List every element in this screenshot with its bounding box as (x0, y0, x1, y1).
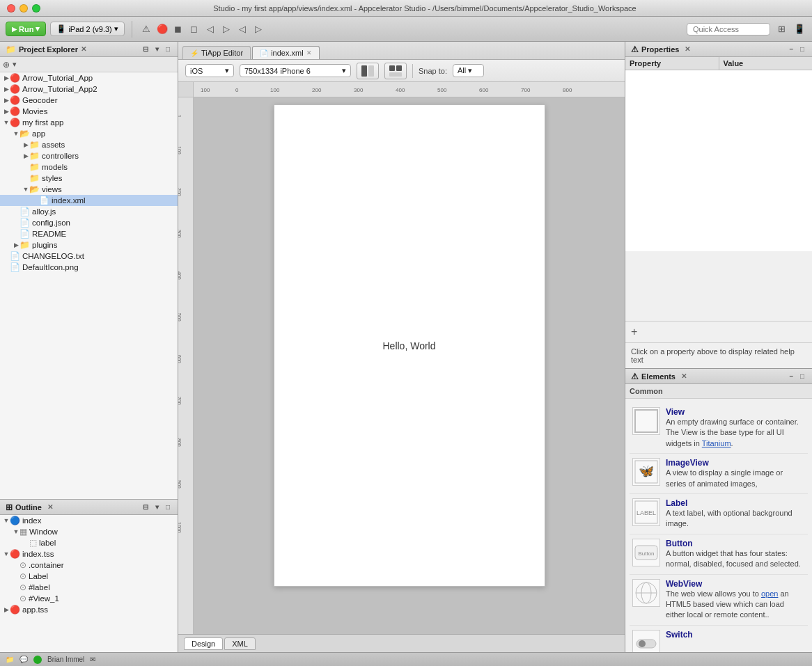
view-toggle-1[interactable] (357, 63, 379, 79)
label-thumb: LABEL (632, 498, 660, 526)
connection-status-icon (33, 656, 42, 664)
elem-minimize-icon[interactable]: – (787, 372, 795, 381)
outline-item-hash-label[interactable]: ⊙ #label (0, 582, 178, 593)
tab-index-xml[interactable]: 📄 index.xml ✕ (252, 46, 319, 59)
outline-maximize-icon[interactable]: □ (164, 502, 172, 512)
device-view-icon[interactable]: 📱 (793, 22, 806, 36)
view-icon-2 (389, 65, 403, 77)
label-style-icon: ⊙ (19, 571, 26, 581)
tss-icon: 🔴 (10, 549, 20, 559)
status-bar: 📁 💬 Brian Immel ✉ (0, 652, 812, 666)
svg-text:200: 200 (178, 188, 182, 196)
element-item-button[interactable]: Button Button A button widget that has f… (630, 534, 808, 575)
outline-item-Label[interactable]: ⊙ Label (0, 571, 178, 582)
elements-close[interactable]: ✕ (681, 372, 687, 380)
outline-item-container[interactable]: ⊙ .container (0, 560, 178, 571)
minimize-button[interactable] (19, 4, 28, 13)
close-button[interactable] (7, 4, 15, 13)
forward-icon[interactable]: ▷ (219, 22, 233, 36)
tree-item-styles[interactable]: 📁 styles (0, 173, 178, 184)
add-link-icon[interactable]: ⊕ (3, 60, 10, 70)
run-button[interactable]: ▶ Run ▾ (6, 22, 46, 36)
tab-tiapp-editor[interactable]: ⚡ TiApp Editor (182, 46, 251, 59)
prop-maximize-icon[interactable]: □ (798, 45, 806, 54)
tree-item-config-json[interactable]: 📄 config.json (0, 217, 178, 228)
project-explorer-close[interactable]: ✕ (81, 45, 86, 53)
nav2-icon[interactable]: ▷ (251, 22, 265, 36)
svg-text:200: 200 (312, 87, 322, 93)
view-toggle-2[interactable] (384, 63, 407, 79)
elem-maximize-icon[interactable]: □ (798, 372, 806, 381)
tree-item-assets[interactable]: ▶ 📁 assets (0, 139, 178, 150)
id-style-icon: ⊙ (19, 582, 26, 592)
tree-item-models[interactable]: 📁 models (0, 161, 178, 173)
properties-help-text: Click on a property above to display rel… (625, 342, 812, 368)
tab-design[interactable]: Design (184, 637, 223, 650)
tree-item-changelog[interactable]: 📄 CHANGELOG.txt (0, 251, 178, 262)
tool2-icon[interactable]: ◻ (187, 22, 201, 36)
tree-item-views[interactable]: ▼ 📂 views (0, 184, 178, 195)
outline-close[interactable]: ✕ (47, 503, 53, 511)
tab-close-icon[interactable]: ✕ (306, 49, 312, 56)
properties-close[interactable]: ✕ (685, 45, 690, 53)
project-explorer-icon: 📁 (6, 45, 16, 54)
app-tss-icon: 🔴 (10, 605, 20, 615)
element-item-switch[interactable]: Switch (630, 626, 808, 652)
status-user[interactable]: Brian Immel (47, 656, 84, 663)
outline-item-index-tss[interactable]: ▼ 🔴 index.tss (0, 548, 178, 560)
tree-item-geocoder[interactable]: ▶ 🔴 Geocoder (0, 95, 178, 106)
quick-access-input[interactable] (687, 23, 770, 35)
platform-selector[interactable]: iOS ▾ (185, 64, 234, 77)
elements-header: ⚠ Elements ✕ – □ (625, 369, 812, 384)
index-file-icon: 🔵 (10, 516, 20, 525)
outline-item-label[interactable]: ⬚ label (0, 537, 178, 548)
maximize-button[interactable] (32, 4, 40, 13)
tree-item-app[interactable]: ▼ 📂 app (0, 128, 178, 139)
prop-minimize-icon[interactable]: – (787, 45, 795, 54)
menu-icon[interactable]: ▾ (153, 45, 161, 54)
tree-item-alloy-js[interactable]: 📄 alloy.js (0, 206, 178, 217)
outline-item-view1[interactable]: ⊙ #View_1 (0, 593, 178, 604)
preferences-icon[interactable]: ⊞ (774, 22, 788, 36)
filter-icon[interactable]: ▾ (13, 60, 17, 69)
tree-item-controllers[interactable]: ▶ 📁 controllers (0, 150, 178, 161)
svg-text:800: 800 (178, 438, 182, 447)
maximize-panel-icon[interactable]: □ (164, 45, 172, 54)
tree-item-movies[interactable]: ▶ 🔴 Movies (0, 106, 178, 117)
tab-xml[interactable]: XML (224, 637, 256, 650)
snap-selector[interactable]: All ▾ (453, 64, 484, 77)
tree-item-readme[interactable]: 📄 README (0, 228, 178, 239)
svg-text:600: 600 (178, 355, 182, 363)
txt-file-icon: 📄 (10, 251, 20, 261)
svg-text:1: 1 (178, 115, 182, 118)
outline-collapse-icon[interactable]: ⊟ (141, 502, 150, 512)
resolution-selector[interactable]: 750x1334 iPhone 6 ▾ (240, 64, 351, 77)
element-item-webview[interactable]: WebView The web view allows you to open … (630, 575, 808, 626)
outline-item-app-tss[interactable]: ▶ 🔴 app.tss (0, 604, 178, 615)
outline-item-index[interactable]: ▼ 🔵 index (0, 515, 178, 526)
window-chrome: Studio - my first app/app/views/index.xm… (0, 0, 812, 17)
collapse-icon[interactable]: ⊟ (141, 45, 150, 54)
tree-item-my-first-app[interactable]: ▼ 🔴 my first app (0, 117, 178, 128)
element-item-imageview[interactable]: 🦋 ImageView A view to display a single i… (630, 454, 808, 494)
svg-text:800: 800 (563, 87, 572, 93)
tree-item-defaulticon[interactable]: 📄 DefaultIcon.png (0, 262, 178, 273)
tree-item-plugins[interactable]: ▶ 📁 plugins (0, 239, 178, 251)
back-icon[interactable]: ◁ (203, 22, 217, 36)
tree-item-arrow-tutorial-app[interactable]: ▶ 🔴 Arrow_Tutorial_App (0, 72, 178, 84)
js-file-icon: 📄 (19, 207, 30, 216)
element-item-label[interactable]: LABEL Label A text label, with optional … (630, 494, 808, 534)
switch-name: Switch (666, 630, 805, 640)
tree-item-arrow-tutorial-app2[interactable]: ▶ 🔴 Arrow_Tutorial_App2 (0, 84, 178, 95)
nav-icon[interactable]: ◁ (235, 22, 249, 36)
outline-menu-icon[interactable]: ▾ (153, 502, 161, 512)
tree-item-index-xml[interactable]: 📄 index.xml (0, 195, 178, 206)
tool1-icon[interactable]: ◼ (171, 22, 185, 36)
warning-icon[interactable]: ⚠ (139, 22, 153, 36)
device-selector[interactable]: 📱 iPad 2 (v9.3) ▾ (50, 22, 124, 36)
outline-item-window[interactable]: ▼ ▦ Window (0, 526, 178, 537)
add-property-button[interactable]: + (625, 321, 812, 342)
tree-arrow: ▼ (3, 119, 10, 126)
element-item-view[interactable]: View An empty drawing surface or contain… (630, 403, 808, 454)
error-icon[interactable]: 🔴 (155, 22, 169, 36)
